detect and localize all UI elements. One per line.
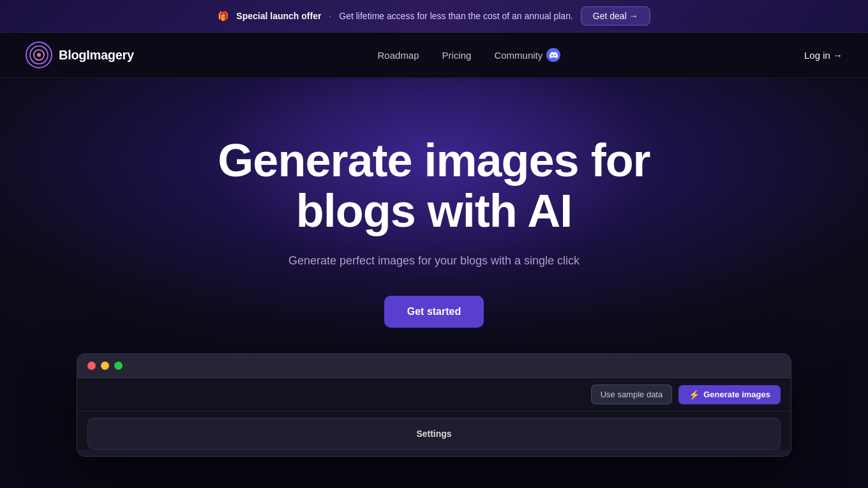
nav-pricing[interactable]: Pricing <box>442 50 472 61</box>
hero-title-line2: blogs with AI <box>296 185 572 236</box>
generate-images-button[interactable]: ⚡ Generate images <box>678 385 781 404</box>
navbar: BlogImagery Roadmap Pricing Community Lo… <box>0 33 868 78</box>
window-maximize-btn[interactable] <box>114 362 123 370</box>
hero-title: Generate images for blogs with AI <box>147 135 721 236</box>
hero-title-line1: Generate images for <box>218 135 650 186</box>
window-close-btn[interactable] <box>87 362 96 370</box>
svg-point-3 <box>37 53 41 57</box>
logo-icon <box>26 42 52 68</box>
announcement-message: Get lifetime access for less than the co… <box>339 11 573 21</box>
get-started-button[interactable]: Get started <box>384 296 484 328</box>
window-titlebar <box>77 354 791 378</box>
discord-icon <box>546 48 560 62</box>
settings-panel: Settings <box>87 418 781 450</box>
hero-section: Generate images for blogs with AI Genera… <box>0 78 868 488</box>
community-label: Community <box>494 50 542 61</box>
use-sample-data-button[interactable]: Use sample data <box>591 385 673 404</box>
window-toolbar: Use sample data ⚡ Generate images <box>77 378 791 411</box>
offer-label: Special launch offer <box>236 11 321 21</box>
generate-images-label: Generate images <box>703 390 770 399</box>
hero-subtitle: Generate perfect images for your blogs w… <box>15 254 853 268</box>
window-body: Use sample data ⚡ Generate images Settin… <box>77 378 791 450</box>
lightning-icon: ⚡ <box>689 390 700 400</box>
logo[interactable]: BlogImagery <box>26 42 134 68</box>
get-deal-button[interactable]: Get deal → <box>581 6 650 26</box>
separator: · <box>329 11 331 21</box>
settings-panel-title: Settings <box>101 429 767 439</box>
nav-roadmap[interactable]: Roadmap <box>378 50 419 61</box>
announcement-bar: 🎁 Special launch offer · Get lifetime ac… <box>0 0 868 33</box>
app-window: Use sample data ⚡ Generate images Settin… <box>77 353 791 457</box>
login-button[interactable]: Log in → <box>804 50 842 61</box>
window-minimize-btn[interactable] <box>101 362 109 370</box>
app-screenshot-container: Use sample data ⚡ Generate images Settin… <box>51 353 817 457</box>
nav-links: Roadmap Pricing Community <box>378 48 561 62</box>
nav-community[interactable]: Community <box>494 48 560 62</box>
offer-icon: 🎁 <box>218 11 228 21</box>
logo-text: BlogImagery <box>59 48 134 63</box>
